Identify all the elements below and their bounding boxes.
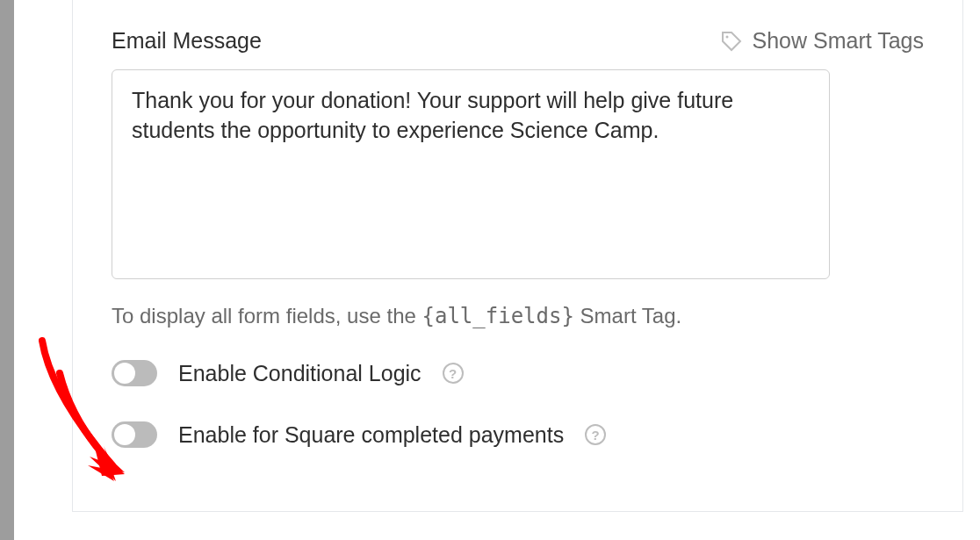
square-payments-row: Enable for Square completed payments ? — [112, 421, 924, 448]
conditional-logic-row: Enable Conditional Logic ? — [112, 360, 924, 386]
conditional-logic-label: Enable Conditional Logic — [178, 361, 422, 386]
email-message-panel: Email Message Show Smart Tags To display… — [72, 0, 963, 512]
toggle-knob — [114, 363, 135, 384]
conditional-logic-toggle[interactable] — [112, 360, 157, 386]
tag-icon — [721, 31, 742, 52]
left-rail — [0, 0, 14, 540]
toggle-knob — [114, 424, 135, 445]
square-payments-label: Enable for Square completed payments — [178, 422, 564, 448]
square-payments-toggle[interactable] — [112, 421, 157, 448]
email-message-header: Email Message Show Smart Tags — [112, 28, 924, 54]
email-message-label: Email Message — [112, 28, 262, 54]
show-smart-tags-link[interactable]: Show Smart Tags — [721, 28, 924, 54]
show-smart-tags-label: Show Smart Tags — [753, 28, 924, 54]
email-message-textarea[interactable] — [112, 69, 830, 279]
help-icon[interactable]: ? — [585, 424, 606, 445]
help-icon[interactable]: ? — [443, 363, 464, 384]
svg-point-0 — [725, 35, 728, 38]
smart-tag-help-text: To display all form fields, use the {all… — [112, 304, 924, 328]
